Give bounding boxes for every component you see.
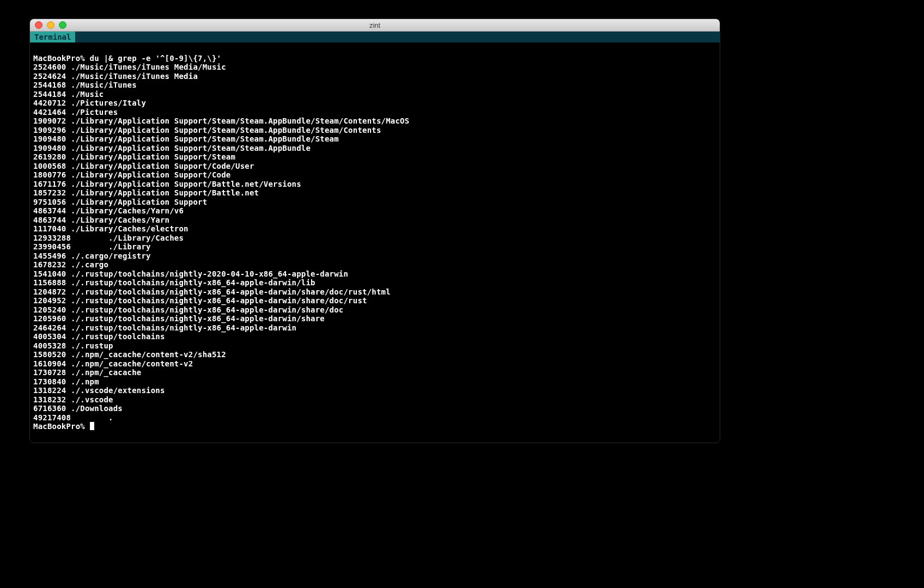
tab-bar: Terminal: [30, 32, 720, 42]
command-text: du |& grep -e '^[0-9]\{7,\}': [90, 54, 222, 63]
window-title: zint: [30, 21, 720, 29]
window-titlebar[interactable]: zint: [30, 19, 720, 32]
shell-prompt: MacBookPro%: [33, 422, 90, 431]
zoom-icon[interactable]: [59, 21, 66, 29]
shell-prompt: MacBookPro%: [33, 54, 90, 63]
tab-terminal[interactable]: Terminal: [30, 32, 75, 42]
traffic-lights: [35, 21, 66, 29]
terminal-window: zint Terminal MacBookPro% du |& grep -e …: [29, 19, 720, 443]
command-output: 2524600 ./Music/iTunes/iTunes Media/Musi…: [33, 63, 716, 422]
close-icon[interactable]: [35, 21, 42, 29]
cursor-block: [90, 422, 94, 430]
minimize-icon[interactable]: [47, 21, 54, 29]
terminal-viewport[interactable]: MacBookPro% du |& grep -e '^[0-9]\{7,\}'…: [30, 42, 720, 443]
